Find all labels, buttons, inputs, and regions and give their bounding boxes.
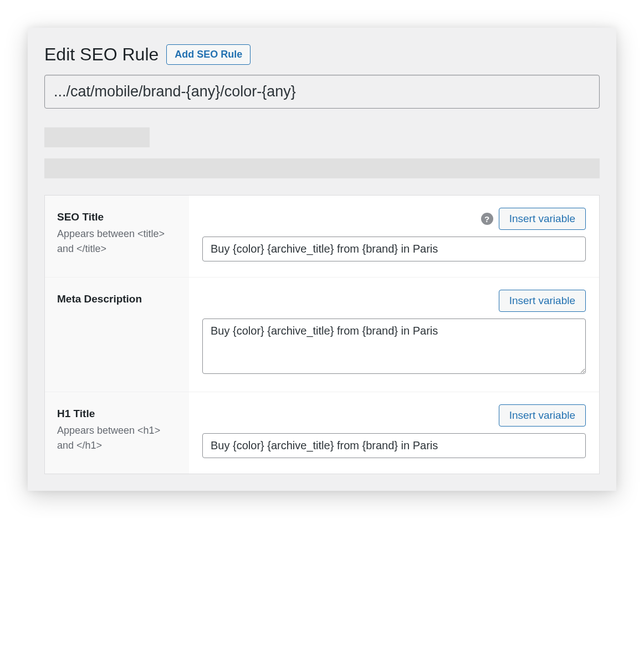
page-title: Edit SEO Rule xyxy=(44,44,159,65)
placeholder-block xyxy=(44,127,150,147)
meta-description-input[interactable] xyxy=(202,319,586,374)
h1-title-hint: Appears between <h1> and </h1> xyxy=(57,425,160,451)
insert-variable-button[interactable]: Insert variable xyxy=(499,404,586,427)
h1-title-label: H1 Title xyxy=(57,408,177,420)
seo-title-label: SEO Title xyxy=(57,211,177,223)
seo-title-hint: Appears between <title> and </title> xyxy=(57,228,165,254)
field-label-cell: Meta Description xyxy=(45,278,189,392)
field-input-cell: Insert variable xyxy=(189,278,599,392)
field-label-cell: H1 Title Appears between <h1> and </h1> xyxy=(45,392,189,474)
rule-pattern-input[interactable] xyxy=(44,75,600,109)
field-row-meta-description: Meta Description Insert variable xyxy=(45,278,599,392)
placeholder-bar xyxy=(44,158,600,178)
seo-fields-metabox: SEO Title Appears between <title> and </… xyxy=(44,195,600,474)
input-toolbar: Insert variable xyxy=(202,290,586,312)
field-label-cell: SEO Title Appears between <title> and </… xyxy=(45,196,189,277)
help-icon[interactable]: ? xyxy=(481,213,493,225)
input-toolbar: Insert variable xyxy=(202,404,586,427)
input-toolbar: ? Insert variable xyxy=(202,208,586,230)
add-seo-rule-button[interactable]: Add SEO Rule xyxy=(166,44,251,65)
field-row-h1-title: H1 Title Appears between <h1> and </h1> … xyxy=(45,392,599,474)
seo-title-input[interactable] xyxy=(202,237,586,261)
field-row-seo-title: SEO Title Appears between <title> and </… xyxy=(45,196,599,278)
field-input-cell: ? Insert variable xyxy=(189,196,599,277)
page-header: Edit SEO Rule Add SEO Rule xyxy=(44,44,600,65)
insert-variable-button[interactable]: Insert variable xyxy=(499,290,586,312)
insert-variable-button[interactable]: Insert variable xyxy=(499,208,586,230)
h1-title-input[interactable] xyxy=(202,433,586,458)
edit-seo-rule-panel: Edit SEO Rule Add SEO Rule SEO Title App… xyxy=(28,28,616,491)
field-input-cell: Insert variable xyxy=(189,392,599,474)
meta-description-label: Meta Description xyxy=(57,293,177,305)
